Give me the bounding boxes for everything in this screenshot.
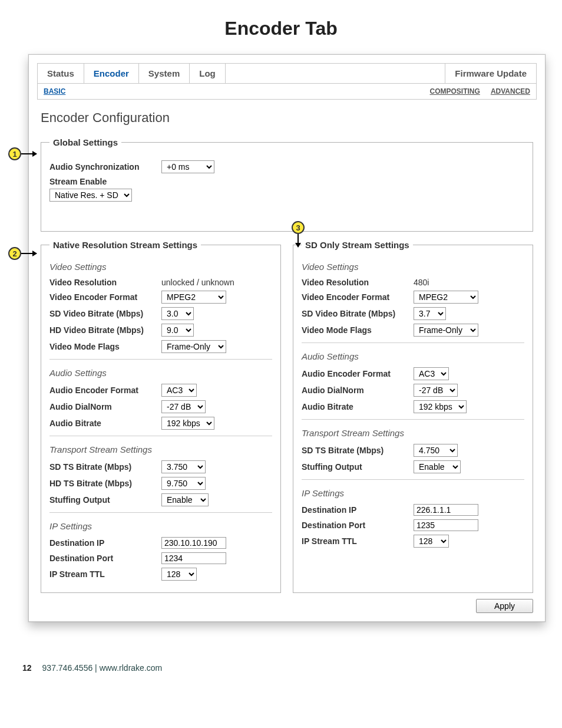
native-sdbr-select[interactable]: 3.0: [161, 307, 194, 320]
callout-3: 3: [292, 221, 305, 234]
sd-audio-title: Audio Settings: [302, 351, 524, 361]
callout-1: 1: [8, 147, 21, 160]
sd-dialnorm-label: Audio DialNorm: [302, 386, 414, 395]
section-title: Encoder Configuration: [41, 110, 533, 126]
sd-abitrate-select[interactable]: 192 kbps: [414, 400, 467, 413]
sd-stuff-label: Stuffing Output: [302, 462, 414, 472]
native-sdbr-label: SD Video Bitrate (Mbps): [49, 309, 161, 318]
native-dialnorm-select[interactable]: -27 dB: [161, 400, 206, 413]
sd-sdbr-label: SD Video Bitrate (Mbps): [302, 309, 414, 318]
native-flags-label: Video Mode Flags: [49, 342, 161, 351]
global-settings-fieldset: Global Settings Audio Synchronization +0…: [41, 137, 533, 232]
sd-afmt-select[interactable]: AC3: [414, 367, 449, 380]
audio-sync-label: Audio Synchronization: [49, 162, 161, 172]
sd-ts-title: Transport Stream Settings: [302, 428, 524, 438]
page-number: 12: [22, 663, 32, 673]
page-title: Encoder Tab: [0, 18, 562, 39]
sd-video-title: Video Settings: [302, 262, 524, 272]
native-sdts-label: SD TS Bitrate (Mbps): [49, 462, 161, 472]
native-stuff-select[interactable]: Enable: [161, 493, 209, 506]
sd-dip-input[interactable]: [414, 504, 478, 516]
tab-log[interactable]: Log: [190, 64, 226, 83]
native-flags-select[interactable]: Frame-Only: [161, 340, 226, 353]
tab-firmware-update[interactable]: Firmware Update: [445, 64, 536, 83]
native-vres-value: unlocked / unknown: [161, 278, 234, 287]
footer-contact: 937.746.4556 | www.rldrake.com: [42, 663, 163, 673]
sub-tabs: BASIC COMPOSITING ADVANCED: [37, 84, 537, 100]
native-abitrate-label: Audio Bitrate: [49, 419, 161, 428]
native-stream-legend: Native Resolution Stream Settings: [49, 240, 201, 250]
callout-1-arrow: [21, 153, 37, 154]
sd-flags-label: Video Mode Flags: [302, 325, 414, 335]
tab-status[interactable]: Status: [38, 64, 84, 83]
subtab-advanced[interactable]: ADVANCED: [491, 87, 530, 95]
sd-sdbr-select[interactable]: 3.7: [414, 307, 446, 320]
sd-vfmt-label: Video Encoder Format: [302, 292, 414, 302]
native-ts-title: Transport Stream Settings: [49, 444, 272, 454]
native-abitrate-select[interactable]: 192 kbps: [161, 417, 214, 430]
global-settings-legend: Global Settings: [49, 137, 121, 147]
stream-enable-select[interactable]: Native Res. + SD: [49, 189, 132, 202]
sd-dport-input[interactable]: [414, 519, 478, 531]
native-stuff-label: Stuffing Output: [49, 495, 161, 505]
audio-sync-select[interactable]: +0 ms: [161, 160, 214, 173]
tab-encoder[interactable]: Encoder: [84, 64, 139, 83]
native-dip-input[interactable]: [161, 537, 226, 549]
subtab-compositing[interactable]: COMPOSITING: [430, 87, 480, 95]
native-vfmt-select[interactable]: MPEG2: [161, 291, 226, 304]
callout-3-arrow: [297, 234, 299, 247]
sd-abitrate-label: Audio Bitrate: [302, 402, 414, 411]
sd-dialnorm-select[interactable]: -27 dB: [414, 384, 458, 397]
native-stream-fieldset: Native Resolution Stream Settings Video …: [41, 240, 281, 593]
app-frame: Status Encoder System Log Firmware Updat…: [28, 54, 546, 622]
native-dport-label: Destination Port: [49, 554, 161, 563]
native-hdbr-label: HD Video Bitrate (Mbps): [49, 325, 161, 335]
sd-sdts-label: SD TS Bitrate (Mbps): [302, 446, 414, 455]
native-dialnorm-label: Audio DialNorm: [49, 402, 161, 411]
callout-2-arrow: [21, 253, 37, 254]
tab-system[interactable]: System: [139, 64, 190, 83]
native-hdts-label: HD TS Bitrate (Mbps): [49, 479, 161, 488]
stream-enable-label: Stream Enable: [49, 177, 107, 186]
sd-afmt-label: Audio Encoder Format: [302, 369, 414, 378]
native-dport-input[interactable]: [161, 552, 226, 564]
native-ttl-label: IP Stream TTL: [49, 569, 161, 579]
native-afmt-select[interactable]: AC3: [161, 384, 197, 397]
sd-stream-legend: SD Only Stream Settings: [302, 240, 413, 250]
apply-button[interactable]: Apply: [476, 599, 533, 613]
native-video-title: Video Settings: [49, 262, 272, 272]
sd-vfmt-select[interactable]: MPEG2: [414, 291, 478, 304]
sd-sdts-select[interactable]: 4.750: [414, 444, 458, 457]
sd-ttl-select[interactable]: 128: [414, 535, 449, 548]
page-footer: 12 937.746.4556 | www.rldrake.com: [22, 663, 562, 673]
sd-vres-label: Video Resolution: [302, 278, 414, 287]
sd-stream-fieldset: SD Only Stream Settings Video Settings V…: [293, 240, 533, 593]
native-vfmt-label: Video Encoder Format: [49, 292, 161, 302]
native-vres-label: Video Resolution: [49, 278, 161, 287]
sd-flags-select[interactable]: Frame-Only: [414, 324, 478, 337]
native-ip-title: IP Settings: [49, 521, 272, 531]
sd-ttl-label: IP Stream TTL: [302, 536, 414, 546]
main-tabs: Status Encoder System Log Firmware Updat…: [37, 63, 537, 84]
callout-2: 2: [8, 247, 21, 260]
sd-stuff-select[interactable]: Enable: [414, 460, 461, 473]
subtab-basic[interactable]: BASIC: [44, 87, 65, 95]
native-dip-label: Destination IP: [49, 538, 161, 548]
sd-ip-title: IP Settings: [302, 488, 524, 498]
native-hdts-select[interactable]: 9.750: [161, 477, 206, 490]
native-hdbr-select[interactable]: 9.0: [161, 324, 194, 337]
native-ttl-select[interactable]: 128: [161, 568, 197, 581]
native-sdts-select[interactable]: 3.750: [161, 460, 206, 473]
sd-vres-value: 480i: [414, 278, 429, 287]
sd-dip-label: Destination IP: [302, 505, 414, 515]
sd-dport-label: Destination Port: [302, 521, 414, 530]
native-audio-title: Audio Settings: [49, 368, 272, 378]
native-afmt-label: Audio Encoder Format: [49, 386, 161, 395]
